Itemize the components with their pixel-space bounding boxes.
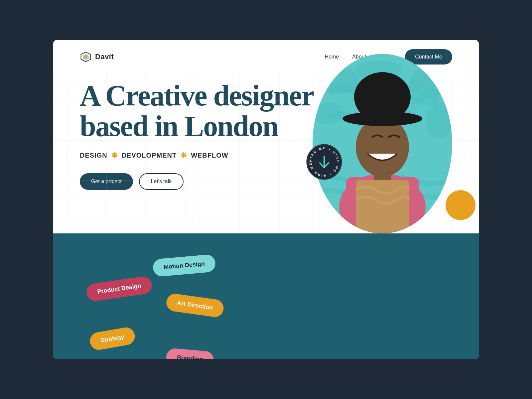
get-project-button[interactable]: Get a project <box>80 173 133 190</box>
flower-icon-1: ❋ <box>111 151 118 160</box>
page-wrapper: Davit Home About Work Contact Me A Creat… <box>53 40 479 359</box>
svg-point-16 <box>354 72 411 122</box>
logo-text: Davit <box>95 53 114 61</box>
orange-circle-decoration <box>446 190 475 220</box>
logo-icon <box>80 51 92 63</box>
hero-section: A Creative designer based in London DESI… <box>53 74 479 233</box>
development-label: Devolopment <box>122 152 177 159</box>
svg-rect-2 <box>84 56 87 59</box>
lets-talk-button[interactable]: Let's talk <box>139 173 184 190</box>
logo-area: Davit <box>80 51 114 63</box>
skills-area: Motion Design Product Design Art Directi… <box>80 247 279 359</box>
skill-pill-branding: Branding <box>166 348 214 359</box>
webflow-label: Webflow <box>191 152 228 159</box>
skill-pill-art: Art Direction <box>165 293 225 318</box>
hire-me-badge[interactable]: HIRE ME • HIRE ME • HIRE ME • HIRE ME • <box>306 144 342 180</box>
person-figure <box>326 64 439 233</box>
design-label: DESIGN <box>80 152 107 159</box>
skill-pill-product: Product Design <box>85 276 153 302</box>
flower-icon-2: ❋ <box>181 151 187 160</box>
skill-pill-strategy: Strategy <box>88 326 136 351</box>
skill-pill-motion: Motion Design <box>152 254 216 277</box>
bottom-section: Motion Design Product Design Art Directi… <box>53 233 479 359</box>
profile-photo-wrapper: HIRE ME • HIRE ME • HIRE ME • HIRE ME • <box>313 54 466 247</box>
